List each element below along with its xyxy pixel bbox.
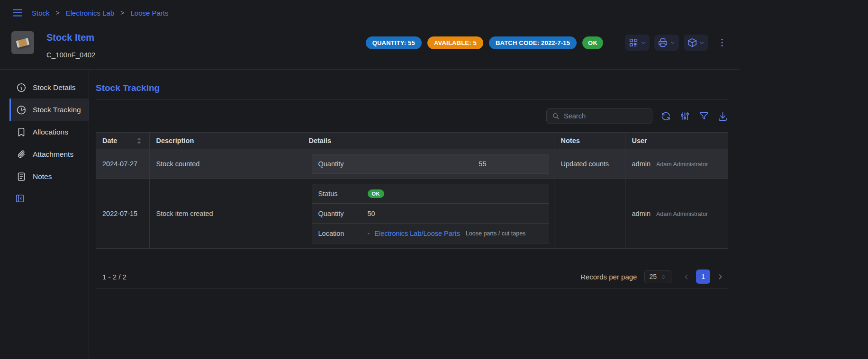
chevron-down-icon [699,40,705,46]
detail-row-location: Location - Electronics Lab/Loose Parts L… [312,224,549,243]
menu-icon[interactable] [11,7,24,19]
page-number-button[interactable]: 1 [696,269,710,284]
part-name: C_100nF_0402 [46,51,95,59]
breadcrumb-electronics-lab[interactable]: Electronics Lab [66,9,115,17]
username: admin [632,160,651,168]
detail-label: Location [318,230,368,237]
table-footer: 1 - 2 / 2 Records per page 25 [96,265,728,288]
cell-date: 2022-07-15 [96,179,149,249]
quantity-badge: QUANTITY: 55 [366,36,422,49]
sidebar-item-label: Attachments [33,150,73,159]
record-range: 1 - 2 / 2 [102,273,127,281]
download-icon[interactable] [717,111,728,122]
divider [96,99,728,100]
breadcrumb-loose-parts[interactable]: Loose Parts [130,9,168,17]
search-icon [552,112,560,120]
sidebar-item-allocations[interactable]: Allocations [9,121,89,143]
detail-label: Status [318,190,368,197]
cell-description: Stock counted [149,149,302,179]
batch-code-badge: BATCH CODE: 2022-7-15 [489,36,577,49]
sidebar-item-label: Notes [33,172,52,181]
dots-vertical-icon[interactable] [716,35,728,51]
detail-label: Quantity [318,210,368,217]
app-shell: Stock > Electronics Lab > Loose Parts St… [0,0,740,359]
column-header-user: User [625,133,728,149]
page-title: Stock Item [46,32,95,43]
notes-icon [16,171,27,182]
user-full-name: Adam Administrator [656,211,708,217]
paperclip-icon [16,149,27,160]
print-actions-button[interactable] [654,35,679,51]
refresh-icon[interactable] [660,111,671,122]
printer-icon [658,37,668,48]
sidebar-collapse-button[interactable] [9,193,89,205]
qrcode-icon [628,37,639,48]
search-input[interactable] [564,112,647,120]
title-block: Stock Item C_100nF_0402 [46,31,95,59]
table-row[interactable]: 2024-07-27 Stock counted Quantity 55 Upd… [96,149,728,179]
breadcrumb-separator: > [120,9,124,17]
status-ok-badge: OK [368,189,384,198]
content-panel: Stock Tracking [89,70,740,359]
cube-icon [687,37,697,48]
top-bar: Stock > Electronics Lab > Loose Parts [0,0,740,26]
selector-icon [660,274,667,280]
table-row[interactable]: 2022-07-15 Stock item created Status OK … [96,179,728,249]
detail-row-quantity: Quantity 50 [312,204,549,224]
cell-user: admin Adam Administrator [625,179,728,249]
column-header-details: Details [302,133,554,149]
status-badges: QUANTITY: 55 AVAILABLE: 5 BATCH CODE: 20… [366,36,603,49]
records-per-page-select[interactable]: 25 [644,270,671,283]
table-toolbar [96,108,728,124]
username: admin [632,210,651,217]
cell-details: Status OK Quantity 50 Location - Electro… [302,179,554,249]
stock-item-thumbnail[interactable] [11,31,34,54]
adjustments-icon[interactable] [679,111,690,122]
stock-tracking-table: Date Description Details Notes User [96,132,728,249]
pager: 1 [679,269,727,284]
barcode-actions-button[interactable] [625,35,650,51]
cell-date: 2024-07-27 [96,149,149,179]
table-header-row: Date Description Details Notes User [96,133,728,149]
breadcrumb: Stock > Electronics Lab > Loose Parts [32,9,169,17]
column-header-description: Description [149,133,302,149]
filter-icon[interactable] [698,111,709,122]
breadcrumb-separator: > [56,9,60,17]
detail-row-quantity: Quantity 55 [312,154,549,174]
breadcrumb-stock[interactable]: Stock [32,9,50,17]
available-badge: AVAILABLE: 5 [427,36,483,49]
detail-value: 50 [368,210,375,217]
cell-user: admin Adam Administrator [625,149,728,179]
stock-actions-button[interactable] [684,35,708,51]
cell-details: Quantity 55 [302,149,554,179]
sidebar-item-label: Stock Tracking [33,106,81,114]
header-actions [625,35,728,51]
next-page-button[interactable] [713,269,727,284]
sidebar-item-stock-tracking[interactable]: Stock Tracking [9,99,89,121]
chevron-left-icon [682,273,690,281]
location-link[interactable]: Electronics Lab/Loose Parts [374,230,460,237]
records-per-page-value: 25 [649,273,657,280]
page-header: Stock Item C_100nF_0402 QUANTITY: 55 AVA… [0,26,740,70]
previous-page-button[interactable] [679,269,693,284]
chevron-down-icon [640,40,646,46]
column-header-notes: Notes [554,133,625,149]
detail-row-status: Status OK [312,184,549,204]
detail-label: Quantity [318,160,368,168]
cell-notes: Updated counts [554,149,625,179]
chevron-down-icon [669,40,676,46]
records-per-page-label: Records per page [580,273,637,281]
panel-title: Stock Tracking [96,83,728,93]
sidebar-item-notes[interactable]: Notes [9,165,89,188]
pagination-controls: Records per page 25 1 [580,269,727,284]
sidebar-item-stock-details[interactable]: Stock Details [9,76,89,99]
main-area: Stock Details Stock Tracking Allocations… [0,70,740,359]
detail-value: 55 [479,160,486,168]
location-dash: - [368,230,370,237]
info-circle-icon [16,82,27,93]
sidebar-item-attachments[interactable]: Attachments [9,143,89,165]
sort-icon[interactable] [136,137,143,144]
search-box [546,108,652,124]
sidebar-item-label: Stock Details [33,83,75,92]
sidebar-collapse-icon [15,193,25,204]
